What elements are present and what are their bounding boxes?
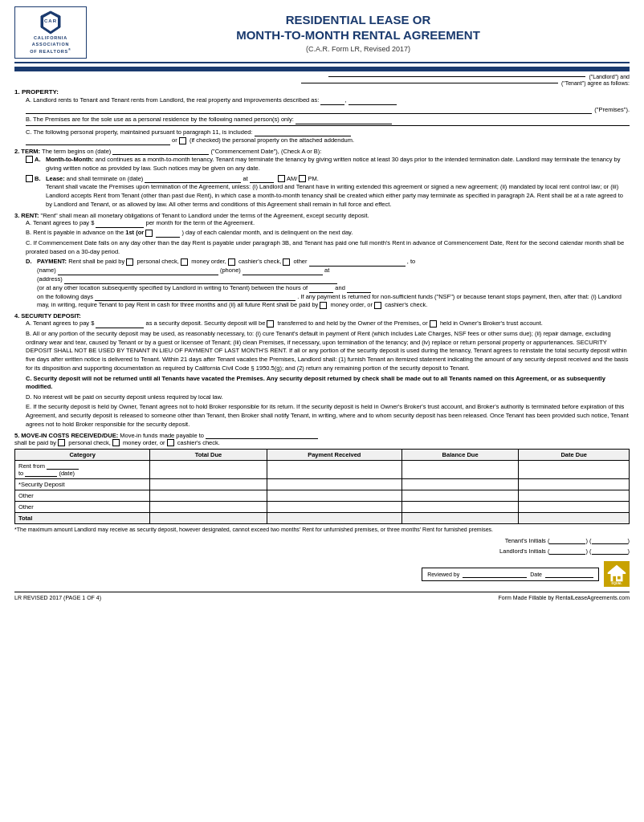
reviewed-name-field[interactable]	[463, 571, 527, 578]
s3d-phone-field[interactable]	[243, 268, 323, 275]
total-total[interactable]	[150, 513, 267, 524]
s5-title: 5. MOVE-IN COSTS RECEIVED/DUE:	[14, 432, 118, 439]
tenant-initial-2[interactable]	[592, 537, 628, 544]
s4a-amount-field[interactable]	[96, 321, 144, 328]
s3d-address-field[interactable]	[64, 277, 337, 284]
row3-balance[interactable]	[401, 490, 518, 502]
s3b-text: B. Rent is payable in advance on the	[26, 229, 124, 236]
s2-date-field[interactable]	[112, 148, 209, 155]
row3-date[interactable]	[519, 490, 630, 502]
tenant-initials-mid: ) (	[585, 537, 591, 544]
landlord-initial-1[interactable]	[549, 547, 585, 555]
row2-total[interactable]	[150, 479, 267, 490]
s3d-mo: money order, or	[331, 301, 373, 308]
s2b-at: at	[243, 175, 248, 182]
s2b-pm-checkbox[interactable]	[299, 175, 306, 182]
s4a-held-checkbox[interactable]	[430, 320, 437, 328]
s1c-field[interactable]	[255, 129, 351, 136]
s3d-other-checkbox[interactable]	[283, 258, 290, 266]
row1-received[interactable]	[267, 461, 401, 479]
s1a-comma-field[interactable]	[320, 98, 344, 105]
row3-total[interactable]	[150, 490, 267, 502]
tenant-initial-1[interactable]	[549, 537, 585, 544]
row2-balance[interactable]	[401, 479, 518, 490]
s5-cashier-checkbox[interactable]	[167, 439, 174, 446]
s3d-days-field[interactable]	[95, 294, 296, 301]
s1a-field2[interactable]	[348, 98, 397, 105]
s2b-checkbox[interactable]	[26, 175, 33, 182]
total-received[interactable]	[267, 513, 401, 524]
s4e-text: E. If the security deposit is held by Ow…	[26, 403, 629, 428]
s3b-day-field[interactable]	[156, 230, 180, 238]
s2b-am-checkbox[interactable]	[278, 175, 285, 182]
col-date-due: Date Due	[519, 450, 630, 461]
row4-date[interactable]	[519, 502, 630, 513]
s1b-field[interactable]	[296, 117, 392, 124]
s3-title: 3. RENT:	[14, 212, 39, 219]
s3d-other-field[interactable]	[309, 259, 406, 267]
s5-text: Move-in funds made payable to	[120, 432, 204, 439]
row3-received[interactable]	[267, 490, 401, 502]
s1a-item: A. Landlord rents to Tenant and Tenant r…	[14, 96, 630, 115]
row1-total[interactable]	[150, 461, 267, 479]
tenant-sig-label: ("Tenant") agree as follows:	[561, 80, 630, 86]
table-row: Rent from to (date)	[15, 461, 630, 479]
s3d-cc-checkbox[interactable]	[374, 302, 381, 309]
s3d-text: Rent shall be paid by	[68, 258, 124, 265]
row4-balance[interactable]	[401, 502, 518, 513]
tenant-sig-field[interactable]	[301, 83, 558, 83]
s2b-date-field[interactable]	[145, 176, 241, 183]
s3d-label: D.	[26, 258, 37, 310]
row2-received[interactable]	[267, 479, 401, 490]
row4-received[interactable]	[267, 502, 401, 513]
s5-money-checkbox[interactable]	[112, 439, 120, 446]
s3d-hours-to-field[interactable]	[347, 286, 371, 293]
s5-personal-checkbox[interactable]	[58, 439, 65, 446]
row1-balance[interactable]	[401, 461, 518, 479]
s3d-personal-checkbox[interactable]	[126, 258, 133, 266]
s3b-checkbox[interactable]	[145, 230, 153, 237]
s3d-or-label: (or at any other location subsequently s…	[37, 284, 308, 291]
row2-date[interactable]	[519, 479, 630, 490]
s2b-content: Lease: and shall terminate on (date) at …	[46, 175, 630, 210]
s3a-text: A. Tenant agrees to pay $	[26, 219, 94, 226]
s1c-checkbox[interactable]	[179, 137, 186, 144]
s3a-end: per month for the term of the Agreement.	[146, 219, 255, 226]
s2a-bold: Month-to-Month:	[46, 156, 94, 163]
s4a-transferred-checkbox[interactable]	[267, 320, 274, 328]
s4b-text: B. All or any portion of the security de…	[26, 330, 628, 372]
row4-total[interactable]	[150, 502, 267, 513]
s3d-name-field[interactable]	[58, 268, 218, 275]
s3-intro: "Rent" shall mean all monetary obligatio…	[41, 212, 369, 219]
total-date[interactable]	[519, 513, 630, 524]
premises-label: ("Premises").	[594, 106, 630, 115]
s3d-to: , to	[407, 258, 415, 265]
s4a-held: held in Owner's Broker's trust account.	[440, 319, 543, 327]
rent-to-field[interactable]	[25, 470, 57, 477]
landlord-initial-2[interactable]	[592, 547, 628, 555]
s3d-money-checkbox[interactable]	[181, 258, 188, 266]
page-footer-left: LR REVISED 2017 (PAGE 1 OF 4)	[14, 595, 101, 600]
s3d-hours-from-field[interactable]	[309, 286, 333, 293]
s3d-cashier-checkbox[interactable]	[228, 258, 235, 266]
s2b-time-field[interactable]	[250, 176, 274, 183]
title-line1: RESIDENTIAL LEASE OR	[87, 12, 630, 28]
premises-field-1[interactable]	[26, 107, 592, 114]
s2a-checkbox[interactable]	[26, 156, 33, 163]
s1c-field2[interactable]	[26, 138, 170, 145]
s2a-label: A.	[35, 156, 46, 173]
landlord-initials-mid: ) (	[585, 547, 591, 555]
s3d-mo-checkbox[interactable]	[320, 302, 327, 309]
rent-from-field[interactable]	[47, 462, 79, 470]
s5-payable-field[interactable]	[206, 432, 318, 439]
s2b-text: and shall terminate on (date)	[67, 175, 143, 182]
row1-date[interactable]	[519, 461, 630, 479]
landlord-sig-field[interactable]	[328, 76, 585, 77]
reviewed-date-field[interactable]	[545, 571, 593, 578]
s2a-text: and continues as a month-to-month tenanc…	[46, 156, 621, 172]
s1b-line2	[26, 125, 630, 126]
s3a-amount-field[interactable]	[96, 221, 144, 228]
total-balance[interactable]	[401, 513, 518, 524]
s3d-cc: cashier's check.	[385, 301, 427, 308]
col-category: Category	[15, 450, 150, 461]
